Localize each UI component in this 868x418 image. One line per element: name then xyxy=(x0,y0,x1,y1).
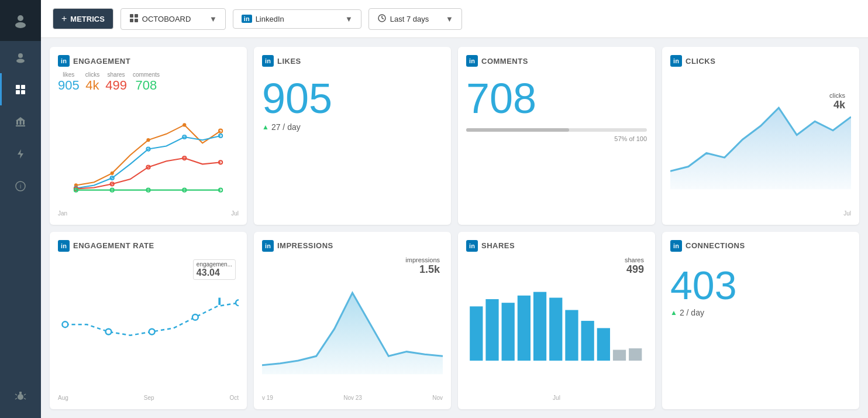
engagement-li-icon: in xyxy=(58,55,70,67)
sidebar-item-info[interactable]: i xyxy=(0,170,41,202)
connections-big-number: 403 xyxy=(670,265,851,305)
linkedin-dropdown[interactable]: in LinkedIn ▼ xyxy=(233,9,361,29)
clicks-value: 4k xyxy=(85,78,99,93)
stat-comments: comments 708 xyxy=(133,71,160,93)
eng-rate-li-icon: in xyxy=(58,240,70,252)
svg-marker-8 xyxy=(16,117,25,121)
eng-rate-tooltip-label: engagemen... xyxy=(197,261,232,268)
eng-rate-tooltip-val: 43.04 xyxy=(197,268,232,278)
connections-sub-text: ▲ 2 / day xyxy=(670,308,851,317)
svg-point-54 xyxy=(236,300,239,306)
svg-rect-65 xyxy=(597,328,610,361)
impressions-x-axis: v 19 Nov 23 Nov xyxy=(262,395,443,401)
svg-rect-61 xyxy=(533,292,546,360)
octoboard-dropdown[interactable]: OCTOBOARD ▼ xyxy=(120,8,226,30)
sidebar-item-lightning[interactable] xyxy=(0,138,41,170)
comments-li-icon: in xyxy=(466,55,478,67)
svg-rect-9 xyxy=(16,121,18,125)
add-metrics-button[interactable]: + METRICS xyxy=(53,8,113,29)
x-label-aug: Aug xyxy=(58,395,68,401)
stat-clicks: clicks 4k xyxy=(85,71,99,93)
shares-card: in SHARES shares 499 xyxy=(458,232,655,410)
shares-x-axis: Jul xyxy=(466,395,647,401)
shares-tooltip-val: 499 xyxy=(625,263,644,276)
svg-rect-4 xyxy=(16,85,20,89)
svg-text:i: i xyxy=(20,183,21,190)
svg-point-50 xyxy=(62,321,68,327)
svg-rect-11 xyxy=(23,121,25,125)
shares-x-label: Jul xyxy=(553,395,560,401)
clicks-title: CLICKS xyxy=(686,57,715,66)
stat-likes: likes 905 xyxy=(58,71,80,93)
svg-rect-55 xyxy=(218,297,221,304)
comments-progress-label: 57% of 100 xyxy=(466,135,647,142)
svg-point-16 xyxy=(18,394,23,400)
comments-card: in COMMENTS 708 57% of 100 xyxy=(458,47,655,225)
clicks-chart: clicks 4k xyxy=(670,71,851,208)
clicks-label: clicks xyxy=(85,71,99,78)
svg-point-32 xyxy=(182,123,186,126)
svg-rect-59 xyxy=(502,303,515,361)
svg-point-31 xyxy=(146,138,150,142)
clock-icon xyxy=(377,13,387,25)
clicks-card: in CLICKS clicks 4k xyxy=(662,47,859,225)
shares-li-icon: in xyxy=(466,240,478,252)
svg-rect-67 xyxy=(629,348,642,361)
svg-rect-62 xyxy=(549,297,562,361)
x-label-oct: Oct xyxy=(229,395,239,401)
impressions-chart: impressions 1.5k xyxy=(262,256,443,393)
likes-li-icon: in xyxy=(262,55,274,67)
x-label-sep: Sep xyxy=(144,395,154,401)
main-content: + METRICS OCTOBOARD ▼ in LinkedIn ▼ xyxy=(41,0,868,418)
svg-rect-63 xyxy=(565,310,578,361)
octoboard-arrow-icon: ▼ xyxy=(209,15,217,23)
eng-rate-chart: engagemen... 43.04 xyxy=(58,256,239,393)
engagement-header: in ENGAGEMENT xyxy=(58,55,239,67)
svg-point-52 xyxy=(149,328,155,334)
connections-title: CONNECTIONS xyxy=(686,241,745,250)
svg-rect-12 xyxy=(16,125,25,126)
likes-header: in LIKES xyxy=(262,55,443,67)
svg-line-28 xyxy=(382,18,384,19)
eng-rate-tooltip: engagemen... 43.04 xyxy=(193,259,236,280)
clicks-tooltip: clicks 4k xyxy=(829,92,845,111)
clicks-li-icon: in xyxy=(670,55,682,67)
impressions-card: in IMPRESSIONS impressions 1.5k xyxy=(254,232,451,410)
comments-label: comments xyxy=(133,71,160,78)
svg-point-51 xyxy=(106,328,112,334)
linkedin-icon: in xyxy=(242,15,252,23)
connections-card: in CONNECTIONS 403 ▲ 2 / day xyxy=(662,232,859,410)
impressions-tooltip-val: 1.5k xyxy=(405,263,440,276)
impressions-li-icon: in xyxy=(262,240,274,252)
connections-li-icon: in xyxy=(670,240,682,252)
shares-tooltip-label: shares xyxy=(625,256,644,263)
likes-sub-value: 27 / day xyxy=(271,122,301,132)
sidebar-item-dashboard[interactable] xyxy=(0,73,41,105)
likes-arrow-up-icon: ▲ xyxy=(262,123,269,131)
likes-sub-text: ▲ 27 / day xyxy=(262,122,443,132)
svg-rect-23 xyxy=(135,14,138,18)
clicks-header: in CLICKS xyxy=(670,55,851,67)
sidebar-item-profile[interactable] xyxy=(0,41,41,73)
likes-card: in LIKES 905 ▲ 27 / day xyxy=(254,47,451,225)
svg-rect-10 xyxy=(20,121,22,125)
impressions-tooltip-label: impressions xyxy=(405,256,440,263)
sidebar-item-bug[interactable] xyxy=(0,380,41,412)
svg-rect-64 xyxy=(581,321,594,361)
svg-rect-24 xyxy=(130,19,133,22)
shares-tooltip: shares 499 xyxy=(625,256,644,276)
sidebar-item-bank[interactable] xyxy=(0,105,41,138)
svg-line-20 xyxy=(15,398,17,399)
time-arrow-icon: ▼ xyxy=(446,15,453,23)
svg-rect-57 xyxy=(470,306,483,361)
clicks-x-axis: Jul xyxy=(670,210,851,217)
svg-line-18 xyxy=(15,394,17,395)
time-dropdown[interactable]: Last 7 days ▼ xyxy=(368,8,462,30)
connections-arrow-up-icon: ▲ xyxy=(670,309,677,317)
svg-rect-5 xyxy=(21,85,25,89)
dashboard-grid: in ENGAGEMENT likes 905 clicks 4k shares… xyxy=(41,38,868,418)
shares-title: SHARES xyxy=(481,241,515,250)
shares-value: 499 xyxy=(105,78,127,93)
x-label-jan: Jan xyxy=(58,210,67,217)
shares-header: in SHARES xyxy=(466,240,647,252)
